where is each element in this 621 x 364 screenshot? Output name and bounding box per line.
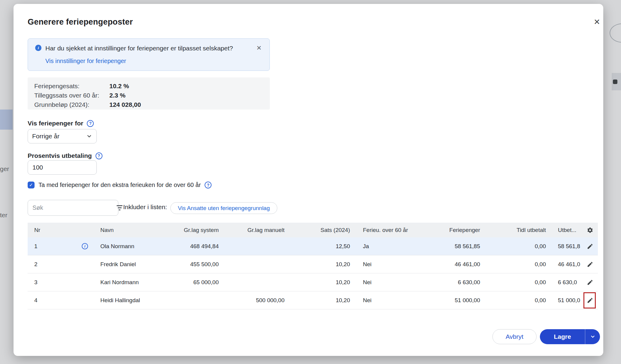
summary-value: 124 028,00 <box>109 100 141 109</box>
chevron-down-icon <box>86 133 92 139</box>
cell-tidl-utbetalt: 0,00 <box>484 297 549 304</box>
help-icon[interactable]: ? <box>205 182 212 188</box>
show-for-label: Vis feriepenger for <box>28 120 83 127</box>
cell-sats: 10,20 <box>288 261 354 268</box>
table-row[interactable]: 2 Fredrik Daniel 455 500,00 10,20 Nei 46… <box>28 255 598 273</box>
summary-label: Grunnbeløp (2024): <box>34 100 109 109</box>
cell-tidl-utbetalt: 0,00 <box>484 279 549 286</box>
percent-payout-label-row: Prosentvis utbetaling ? <box>28 152 102 159</box>
background-text-fragment: ger <box>0 165 9 173</box>
cell-feriepenger: 46 461,00 <box>427 261 484 268</box>
cell-nr: 2 <box>28 261 79 268</box>
table-row[interactable]: 3 Kari Nordmann 65 000,00 10,20 Nei 6 63… <box>28 273 598 291</box>
cell-ferieu: Nei <box>354 279 427 286</box>
col-header-grlag-system: Gr.lag system <box>150 227 222 233</box>
background-circle-shape <box>610 23 621 43</box>
summary-row: Feriepengesats: 10.2 % <box>34 81 270 91</box>
table-header: Nr Navn Gr.lag system Gr.lag manuelt Sat… <box>28 223 598 237</box>
cell-utbetalt: 58 561,8 <box>549 243 582 250</box>
close-icon[interactable]: ✕ <box>591 16 603 28</box>
summary-row: Tilleggssats over 60 år: 2.3 % <box>34 91 270 100</box>
background-toolbar-fragment <box>612 73 621 90</box>
cell-utbetalt: 6 630,0 <box>549 279 582 286</box>
cell-grlag-system: 455 500,00 <box>150 261 222 268</box>
col-header-ferieu-over-60: Ferieu. over 60 år <box>354 227 427 233</box>
banner-close-icon[interactable]: ✕ <box>254 44 263 53</box>
show-settings-link[interactable]: Vis innstillinger for feriepenger <box>45 58 126 65</box>
rates-summary: Feriepengesats: 10.2 % Tilleggssats over… <box>28 77 270 110</box>
background-icon <box>613 80 617 84</box>
save-options-chevron-down-icon[interactable] <box>585 329 600 344</box>
search-input[interactable] <box>28 204 117 211</box>
edit-pencil-icon[interactable] <box>584 258 596 270</box>
generate-holiday-pay-modal: Generere feriepengeposter ✕ i Har du sje… <box>14 4 603 356</box>
percent-payout-input[interactable] <box>28 160 97 175</box>
col-header-sats: Sats (2024) <box>288 227 354 233</box>
info-icon: i <box>35 45 41 51</box>
col-header-grlag-manuelt: Gr.lag manuelt <box>222 227 288 233</box>
cell-navn: Heidi Hallingdal <box>79 297 150 304</box>
cell-feriepenger: 51 000,00 <box>427 297 484 304</box>
summary-label: Feriepengesats: <box>34 81 109 91</box>
cancel-button[interactable]: Avbryt <box>492 329 537 344</box>
cell-utbetalt: 46 461,0 <box>549 261 582 268</box>
row-info-icon[interactable]: i <box>82 243 88 249</box>
include-in-list-label: Inkluder i listen: <box>123 203 167 211</box>
table-row[interactable]: 4 Heidi Hallingdal 500 000,00 10,20 Nei … <box>28 291 598 309</box>
edit-pencil-icon[interactable] <box>584 276 596 288</box>
filter-icon[interactable] <box>117 200 123 215</box>
col-header-nr: Nr <box>28 227 79 233</box>
col-header-utbetalt: Utbet... <box>549 227 582 233</box>
cell-ferieu: Nei <box>354 297 427 304</box>
cell-grlag-system: 65 000,00 <box>150 279 222 286</box>
over60-checkbox[interactable]: ✓ <box>28 182 35 188</box>
cell-sats: 12,50 <box>288 243 354 250</box>
cell-tidl-utbetalt: 0,00 <box>484 243 549 250</box>
over60-checkbox-row: ✓ Ta med feriepenger for den ekstra feri… <box>28 182 212 188</box>
save-split-button: Lagre <box>540 329 600 344</box>
help-icon[interactable]: ? <box>96 152 102 159</box>
background-text-fragment: ter <box>0 212 8 219</box>
banner-message: Har du sjekket at innstillinger for feri… <box>45 45 233 52</box>
annotation-red-box <box>583 292 596 308</box>
column-settings-gear-icon[interactable] <box>582 227 598 233</box>
search-box <box>28 200 118 216</box>
percent-payout-label: Prosentvis utbetaling <box>28 152 92 159</box>
over60-checkbox-label: Ta med feriepenger for den ekstra ferieu… <box>38 182 201 188</box>
cell-nr: 4 <box>28 297 79 304</box>
cell-nr: 1 <box>28 243 79 250</box>
show-for-label-row: Vis feriepenger for ? <box>28 120 94 127</box>
cell-navn: i Ola Normann <box>79 243 150 250</box>
cell-sats: 10,20 <box>288 279 354 286</box>
period-select-value: Forrige år <box>32 133 59 140</box>
summary-label: Tilleggssats over 60 år: <box>34 91 109 100</box>
cell-ferieu: Nei <box>354 261 427 268</box>
cell-grlag-manuelt: 500 000,00 <box>222 297 288 304</box>
background-selected-sidebar-item <box>0 110 13 130</box>
summary-value: 10.2 % <box>109 81 129 91</box>
help-icon[interactable]: ? <box>87 120 94 127</box>
cell-feriepenger: 6 630,00 <box>427 279 484 286</box>
save-button[interactable]: Lagre <box>540 329 585 344</box>
summary-row: Grunnbeløp (2024): 124 028,00 <box>34 100 270 109</box>
settings-info-banner: i Har du sjekket at innstillinger for fe… <box>28 38 270 71</box>
period-select[interactable]: Forrige år <box>28 129 97 143</box>
holiday-pay-table: Nr Navn Gr.lag system Gr.lag manuelt Sat… <box>28 223 598 309</box>
cell-tidl-utbetalt: 0,00 <box>484 261 549 268</box>
table-row[interactable]: 1 i Ola Normann 468 494,84 12,50 Ja 58 5… <box>28 237 598 255</box>
col-header-tidl-utbetalt: Tidl utbetalt <box>484 227 549 233</box>
cell-sats: 10,20 <box>288 297 354 304</box>
edit-pencil-icon[interactable] <box>584 240 596 252</box>
cell-utbetalt: 51 000,0 <box>549 297 582 304</box>
cell-ferieu: Ja <box>354 243 427 250</box>
cell-navn: Kari Nordmann <box>79 279 150 286</box>
cell-navn: Fredrik Daniel <box>79 261 150 268</box>
show-employees-without-basis-button[interactable]: Vis Ansatte uten feriepengegrunnlag <box>170 202 277 214</box>
cell-feriepenger: 58 561,85 <box>427 243 484 250</box>
modal-title: Generere feriepengeposter <box>28 17 133 27</box>
cell-nr: 3 <box>28 279 79 286</box>
summary-value: 2.3 % <box>109 91 126 100</box>
cell-grlag-system: 468 494,84 <box>150 243 222 250</box>
col-header-feriepenger: Feriepenger <box>427 227 484 233</box>
col-header-navn: Navn <box>79 227 150 233</box>
